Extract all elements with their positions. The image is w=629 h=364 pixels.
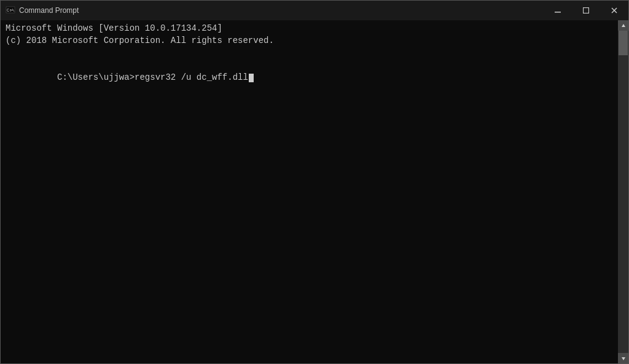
scrollbar-thumb[interactable]: [619, 31, 628, 55]
cmd-window: C:\ Command Prompt: [0, 0, 629, 364]
svg-marker-9: [622, 357, 625, 360]
minimize-button[interactable]: [544, 1, 572, 20]
window-title: Command Prompt: [19, 6, 79, 15]
title-bar-left: C:\ Command Prompt: [6, 6, 79, 15]
terminal-prompt: C:\Users\ujjwa>regsvr32 /u dc_wff.dll: [6, 60, 254, 96]
close-button[interactable]: [600, 1, 628, 20]
terminal-body[interactable]: Microsoft Windows [Version 10.0.17134.25…: [1, 20, 618, 363]
scrollbar-track[interactable]: [618, 31, 628, 353]
scroll-up-button[interactable]: [618, 20, 628, 31]
cmd-icon: C:\: [6, 6, 15, 15]
maximize-button[interactable]: [572, 1, 600, 20]
title-bar-controls: [544, 1, 628, 20]
command-line: C:\Users\ujjwa>regsvr32 /u dc_wff.dll: [6, 60, 613, 96]
title-bar: C:\ Command Prompt: [1, 1, 628, 20]
content-area: Microsoft Windows [Version 10.0.17134.25…: [1, 20, 628, 363]
scrollbar: [618, 20, 628, 363]
terminal-line-1: Microsoft Windows [Version 10.0.17134.25…: [6, 23, 613, 35]
terminal-line-3: [6, 47, 613, 59]
svg-rect-3: [10, 10, 13, 10]
scroll-down-button[interactable]: [618, 353, 628, 363]
terminal-line-2: (c) 2018 Microsoft Corporation. All righ…: [6, 35, 613, 47]
cursor: [249, 74, 254, 82]
svg-rect-5: [584, 8, 589, 14]
svg-rect-4: [555, 12, 561, 13]
svg-marker-8: [622, 24, 625, 27]
